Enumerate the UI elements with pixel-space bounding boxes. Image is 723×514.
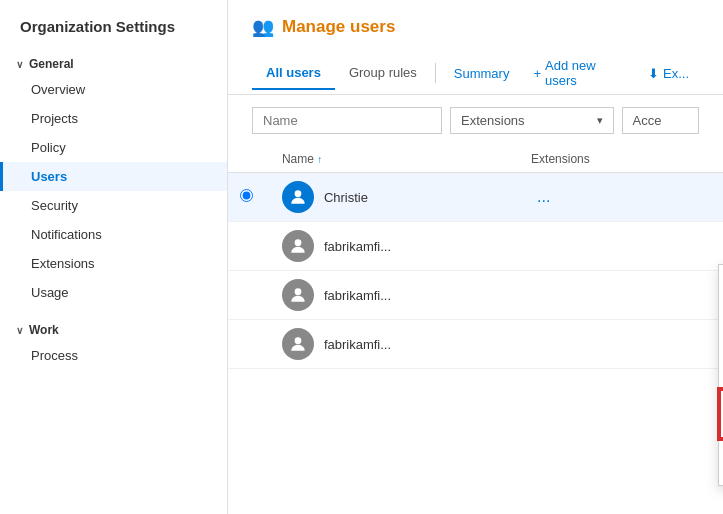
svg-point-3: [295, 337, 302, 344]
menu-item-remove-direct[interactable]: ✕Remove direct assignments: [719, 439, 723, 485]
sidebar-item-extensions[interactable]: Extensions: [0, 249, 227, 278]
menu-item-change-access[interactable]: ✏Change access level: [719, 265, 723, 296]
extensions-filter-label: Extensions: [461, 113, 525, 128]
sidebar-title: Organization Settings: [0, 0, 227, 49]
tab-action-export[interactable]: ⬇ Ex...: [638, 60, 699, 87]
sidebar-item-policy[interactable]: Policy: [0, 133, 227, 162]
col-radio: [228, 146, 270, 173]
context-menu: ✏Change access level✏Manage projects✏Man…: [718, 264, 723, 486]
main-content: 👥 Manage users All usersGroup rules Summ…: [228, 0, 723, 514]
tab-action-add-new-users[interactable]: + Add new users: [523, 52, 634, 94]
table-row: fabrikamfi...: [228, 271, 723, 320]
row-actions-button[interactable]: ...: [531, 186, 556, 207]
sidebar-item-projects[interactable]: Projects: [0, 104, 227, 133]
menu-item-manage-extensions[interactable]: ✏Manage extensions: [719, 327, 723, 358]
access-filter-label: Acce: [633, 113, 662, 128]
avatar: [282, 279, 314, 311]
sidebar-item-usage[interactable]: Usage: [0, 278, 227, 307]
menu-item-resend-invite[interactable]: ➤Resend invite: [719, 358, 723, 389]
tab-separator: [435, 63, 436, 83]
sidebar-item-users[interactable]: Users: [0, 162, 227, 191]
table-row: fabrikamfi...: [228, 222, 723, 271]
chevron-icon: ∨: [16, 325, 23, 336]
users-table-container: Name ↑ Extensions Christie...fabrikamfi.…: [228, 146, 723, 514]
sidebar-section-general[interactable]: ∨General: [0, 49, 227, 75]
users-table: Name ↑ Extensions Christie...fabrikamfi.…: [228, 146, 723, 369]
user-name: Christie: [324, 190, 368, 205]
avatar: [282, 328, 314, 360]
sidebar-item-notifications[interactable]: Notifications: [0, 220, 227, 249]
sidebar-section-work[interactable]: ∨Work: [0, 315, 227, 341]
user-name: fabrikamfi...: [324, 288, 391, 303]
export-icon: ⬇: [648, 66, 659, 81]
sort-asc-icon: ↑: [317, 154, 322, 165]
sidebar-item-overview[interactable]: Overview: [0, 75, 227, 104]
col-extensions-header: Extensions: [519, 146, 723, 173]
page-header-title-row: 👥 Manage users: [252, 16, 699, 38]
menu-item-remove-from-org[interactable]: ✕Remove from organization: [719, 389, 723, 439]
svg-point-2: [295, 288, 302, 295]
row-radio[interactable]: [240, 189, 253, 202]
manage-users-icon: 👥: [252, 16, 274, 38]
menu-item-manage-projects[interactable]: ✏Manage projects: [719, 296, 723, 327]
sidebar-item-process[interactable]: Process: [0, 341, 227, 370]
tab-group-rules[interactable]: Group rules: [335, 57, 431, 90]
table-row: Christie...: [228, 173, 723, 222]
access-filter[interactable]: Acce: [622, 107, 699, 134]
table-row: fabrikamfi...: [228, 320, 723, 369]
user-name: fabrikamfi...: [324, 239, 391, 254]
extensions-filter[interactable]: Extensions ▾: [450, 107, 614, 134]
add-new-users-icon: +: [533, 66, 541, 81]
tab-action-summary[interactable]: Summary: [444, 60, 520, 87]
sidebar-item-security[interactable]: Security: [0, 191, 227, 220]
svg-point-0: [295, 190, 302, 197]
chevron-down-icon: ▾: [597, 114, 603, 127]
name-filter-input[interactable]: [252, 107, 442, 134]
page-header: 👥 Manage users: [228, 0, 723, 52]
user-name: fabrikamfi...: [324, 337, 391, 352]
col-name-label: Name: [282, 152, 314, 166]
chevron-icon: ∨: [16, 59, 23, 70]
tabs-row: All usersGroup rules Summary+ Add new us…: [228, 52, 723, 95]
sidebar: Organization Settings ∨GeneralOverviewPr…: [0, 0, 228, 514]
avatar: [282, 230, 314, 262]
tab-all-users[interactable]: All users: [252, 57, 335, 90]
svg-point-1: [295, 239, 302, 246]
avatar: [282, 181, 314, 213]
page-title: Manage users: [282, 17, 395, 37]
filters-row: Extensions ▾ Acce: [228, 95, 723, 146]
col-name-header[interactable]: Name ↑: [270, 146, 519, 173]
col-extensions-label: Extensions: [531, 152, 590, 166]
